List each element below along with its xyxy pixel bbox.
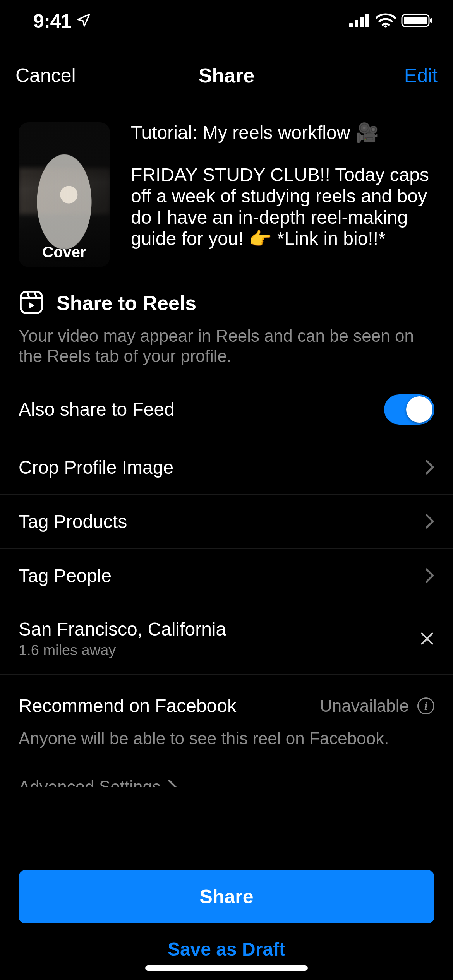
- chevron-right-icon: [168, 779, 177, 787]
- share-button[interactable]: Share: [19, 870, 434, 923]
- chevron-right-icon: [425, 514, 434, 529]
- location-row[interactable]: San Francisco, California 1.6 miles away: [0, 603, 453, 675]
- edit-button[interactable]: Edit: [376, 64, 438, 87]
- cellular-icon: [349, 14, 370, 29]
- crop-profile-image-label: Crop Profile Image: [19, 457, 173, 478]
- also-share-to-feed-row: Also share to Feed: [0, 379, 453, 440]
- svg-point-4: [384, 25, 387, 27]
- svg-rect-3: [365, 14, 369, 27]
- also-share-to-feed-toggle[interactable]: [384, 394, 434, 425]
- location-name: San Francisco, California: [19, 618, 226, 640]
- svg-rect-6: [404, 17, 427, 24]
- status-time: 9:41: [33, 10, 91, 33]
- svg-rect-2: [360, 17, 364, 27]
- recommend-on-facebook-row: Recommend on Facebook Unavailable i: [0, 675, 453, 729]
- svg-rect-1: [355, 20, 358, 27]
- location-distance: 1.6 miles away: [19, 642, 226, 659]
- recommend-on-facebook-desc: Anyone will be able to see this reel on …: [0, 729, 453, 764]
- location-services-icon: [76, 10, 91, 33]
- bottom-bar: Share Save as Draft: [0, 858, 453, 980]
- content[interactable]: Cover Tutorial: My reels workflow 🎥 FRID…: [0, 104, 453, 848]
- chevron-right-icon: [425, 568, 434, 583]
- status-bar: 9:41: [0, 0, 453, 43]
- caption-row: Cover Tutorial: My reels workflow 🎥 FRID…: [0, 122, 453, 290]
- recommend-on-facebook-label: Recommend on Facebook: [19, 695, 237, 716]
- home-indicator[interactable]: [145, 965, 308, 971]
- tag-people-label: Tag People: [19, 565, 112, 586]
- cover-thumbnail[interactable]: Cover: [19, 122, 110, 267]
- reels-icon: [19, 290, 44, 317]
- remove-location-button[interactable]: [420, 631, 434, 646]
- cancel-button[interactable]: Cancel: [15, 64, 77, 87]
- svg-rect-7: [430, 18, 432, 23]
- advanced-settings-label: Advanced Settings: [19, 777, 161, 787]
- advanced-settings-row[interactable]: Advanced Settings: [0, 764, 453, 787]
- share-to-reels-title: Share to Reels: [57, 291, 196, 315]
- crop-profile-image-row[interactable]: Crop Profile Image: [0, 440, 453, 495]
- chevron-right-icon: [425, 459, 434, 475]
- info-icon[interactable]: i: [417, 697, 434, 714]
- caption-text[interactable]: Tutorial: My reels workflow 🎥 FRIDAY STU…: [131, 122, 434, 267]
- tag-people-row[interactable]: Tag People: [0, 549, 453, 603]
- svg-rect-8: [21, 292, 42, 313]
- status-time-text: 9:41: [33, 10, 71, 33]
- svg-rect-0: [349, 23, 353, 27]
- battery-icon: [401, 13, 434, 29]
- cover-label: Cover: [19, 243, 110, 261]
- tag-products-row[interactable]: Tag Products: [0, 495, 453, 549]
- tag-products-label: Tag Products: [19, 511, 127, 532]
- share-to-reels-header: Share to Reels: [0, 290, 453, 326]
- nav-bar: Cancel Share Edit: [0, 58, 453, 93]
- recommend-on-facebook-status: Unavailable: [320, 696, 409, 716]
- share-to-reels-subtitle: Your video may appear in Reels and can b…: [0, 326, 453, 379]
- page-title: Share: [199, 64, 255, 87]
- save-as-draft-button[interactable]: Save as Draft: [19, 929, 434, 969]
- also-share-to-feed-label: Also share to Feed: [19, 399, 175, 420]
- wifi-icon: [376, 13, 396, 29]
